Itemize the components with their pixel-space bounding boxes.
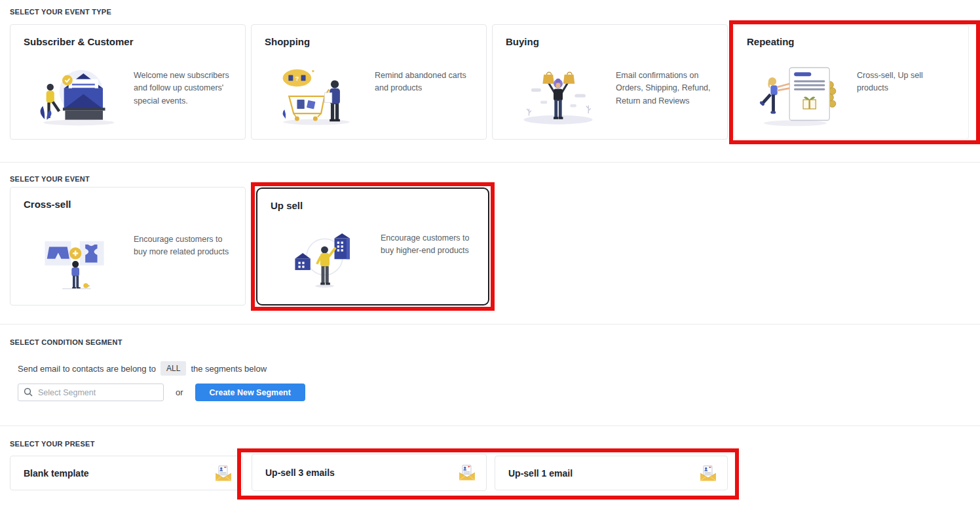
event-type-card-repeating[interactable]: Repeating [733, 24, 969, 140]
preset-title: Blank template [24, 468, 89, 479]
card-title: Repeating [747, 36, 955, 47]
repeating-gift-card-illustration [751, 64, 848, 127]
section-divider [0, 425, 980, 426]
preset-section-header: SELECT YOUR PRESET [10, 440, 95, 448]
incoming-envelope-icon [215, 465, 232, 481]
card-description: Cross-sell, Up sell products [848, 64, 955, 95]
buying-bags-illustration [510, 64, 607, 127]
shopping-cart-illustration: ? [269, 64, 366, 127]
event-type-card-buying[interactable]: Buying [492, 24, 728, 140]
condition-segment-section-header: SELECT CONDITION SEGMENT [10, 338, 122, 346]
event-type-card-shopping[interactable]: Shopping ? [251, 24, 487, 140]
card-description: Encourage customers to buy more related … [124, 228, 232, 259]
search-icon [24, 387, 33, 397]
or-label: or [176, 387, 183, 397]
card-title: Cross-sell [24, 199, 232, 210]
incoming-envelope-icon [459, 465, 476, 481]
preset-title: Up-sell 3 emails [265, 467, 335, 478]
cross-sell-clothes-illustration [28, 228, 124, 291]
preset-card-up-sell-3-emails[interactable]: Up-sell 3 emails [252, 454, 487, 491]
card-description: Email confirmations on Orders, Shipping,… [607, 64, 714, 108]
preset-title: Up-sell 1 email [508, 468, 573, 479]
card-description: Remind abandoned carts and products [366, 64, 473, 95]
sentence-before: Send email to contacts are belong to [18, 364, 156, 374]
card-title: Shopping [265, 36, 473, 47]
event-type-card-subscriber-customer[interactable]: Subscriber & Customer [10, 24, 246, 140]
segment-search-input[interactable] [18, 384, 164, 401]
up-sell-products-illustration [274, 227, 371, 290]
incoming-envelope-icon [700, 465, 717, 481]
card-title: Up sell [271, 200, 475, 211]
match-mode-selector[interactable]: ALL [160, 361, 186, 376]
sentence-after: the segments below [191, 364, 267, 374]
section-divider [0, 324, 980, 325]
event-card-up-sell[interactable]: Up sell [256, 187, 489, 305]
event-section-header: SELECT YOUR EVENT [10, 175, 90, 183]
segment-search-box[interactable] [18, 384, 164, 401]
section-divider [0, 162, 980, 163]
svg-text:?: ? [295, 75, 299, 82]
card-title: Buying [506, 36, 714, 47]
card-description: Encourage customers to buy higher-end pr… [371, 227, 475, 258]
card-title: Subscriber & Customer [24, 36, 232, 47]
event-card-cross-sell[interactable]: Cross-sell Encou [10, 187, 246, 305]
card-description: Welcome new subscribers and follow up cu… [124, 64, 232, 108]
subscriber-envelope-illustration [28, 64, 124, 127]
preset-card-up-sell-1-email[interactable]: Up-sell 1 email [495, 456, 728, 490]
event-type-section-header: SELECT YOUR EVENT TYPE [10, 8, 111, 16]
create-new-segment-button[interactable]: Create New Segment [195, 384, 305, 401]
preset-card-blank-template[interactable]: Blank template [10, 456, 243, 490]
segment-condition-sentence: Send email to contacts are belong to ALL… [18, 361, 267, 376]
